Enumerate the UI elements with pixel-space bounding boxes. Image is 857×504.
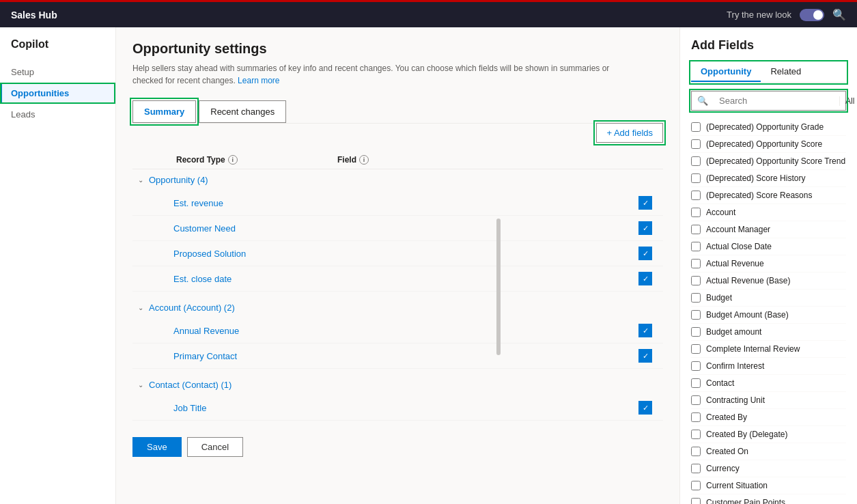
field-checkbox-actual-revenue-base[interactable] [691,276,701,285]
field-label-budget[interactable]: Budget [706,293,846,303]
field-checkbox-created-by-delegate[interactable] [691,430,701,439]
field-est-close-date-label[interactable]: Est. close date [173,274,638,284]
top-nav: Sales Hub Try the new look 🔍 [0,0,857,27]
group-account-header[interactable]: ⌄ Account (Account) (2) [132,297,663,318]
field-row-proposed-solution: Proposed Solution ✓ [132,241,663,266]
field-checkbox-confirm-interest[interactable] [691,361,701,371]
field-checkbox-current-situation[interactable] [691,481,701,490]
group-opportunity-header[interactable]: ⌄ Opportunity (4) [132,169,663,191]
field-label-current-situation[interactable]: Current Situation [706,481,846,490]
sidebar-item-opportunities[interactable]: Opportunities [0,83,115,104]
app-title: Sales Hub [11,10,57,20]
field-est-close-date-checkbox[interactable]: ✓ [638,272,652,285]
field-label-created-on[interactable]: Created On [706,447,846,456]
sidebar-item-leads[interactable]: Leads [0,104,115,125]
bottom-buttons: Save Cancel [132,426,663,468]
field-checkbox-account-manager[interactable] [691,225,701,234]
field-checkbox-deprecated-score[interactable] [691,139,701,149]
field-checkbox-budget-amount[interactable] [691,327,701,337]
field-label-account-manager[interactable]: Account Manager [706,225,846,234]
field-checkbox-budget[interactable] [691,293,701,303]
panel-field-item: Created By (Delegate) [691,426,846,443]
panel-field-item: Created By [691,409,846,426]
main-content: Opportunity settings Help sellers stay a… [116,27,679,504]
field-checkbox-complete-internal-review[interactable] [691,344,701,354]
field-proposed-solution-checkbox[interactable]: ✓ [638,247,652,260]
field-checkbox-created-on[interactable] [691,447,701,456]
field-checkbox-deprecated-score-trend[interactable] [691,156,701,166]
top-nav-right: Try the new look 🔍 [727,8,846,21]
field-label-actual-revenue-base[interactable]: Actual Revenue (Base) [706,276,846,285]
field-checkbox-actual-revenue[interactable] [691,259,701,268]
sidebar: Copilot Setup Opportunities Leads [0,27,116,504]
group-account: ⌄ Account (Account) (2) Annual Revenue ✓… [132,297,663,369]
field-row-job-title: Job Title ✓ [132,395,663,421]
save-button[interactable]: Save [132,437,182,457]
field-est-revenue-label[interactable]: Est. revenue [173,198,638,208]
field-label-created-by-delegate[interactable]: Created By (Delegate) [706,430,846,439]
field-label-currency[interactable]: Currency [706,464,846,473]
right-panel: Add Fields Opportunity Related 🔍 All ⌄ (… [679,27,857,504]
field-checkbox-account[interactable] [691,208,701,217]
field-label-confirm-interest[interactable]: Confirm Interest [706,361,846,371]
field-est-revenue-checkbox[interactable]: ✓ [638,196,652,210]
field-row-est-close-date: Est. close date ✓ [132,266,663,292]
field-label-created-by[interactable]: Created By [706,412,846,422]
field-label-deprecated-grade[interactable]: (Deprecated) Opportunity Grade [706,122,846,132]
field-label-deprecated-score[interactable]: (Deprecated) Opportunity Score [706,139,846,149]
field-checkbox-contracting-unit[interactable] [691,395,701,405]
panel-tab-opportunity[interactable]: Opportunity [691,62,761,82]
field-label-deprecated-score-reasons[interactable]: (Deprecated) Score Reasons [706,191,846,200]
field-label-budget-amount[interactable]: Budget amount [706,327,846,337]
field-checkbox-actual-close-date[interactable] [691,242,701,251]
scrollbar[interactable] [496,219,501,355]
field-label-customer-pain-points[interactable]: Customer Pain Points [706,498,846,504]
field-label-deprecated-score-history[interactable]: (Deprecated) Score History [706,173,846,183]
learn-more-link[interactable]: Learn more [238,76,279,85]
field-checkbox-currency[interactable] [691,464,701,473]
field-customer-need-checkbox[interactable]: ✓ [638,221,652,235]
field-label-complete-internal-review[interactable]: Complete Internal Review [706,344,846,354]
field-customer-need-label[interactable]: Customer Need [173,223,638,234]
panel-field-item: (Deprecated) Opportunity Score [691,136,846,153]
col-record-type-header: Record Type i [132,155,337,165]
field-info-icon[interactable]: i [359,155,369,165]
field-label-deprecated-score-trend[interactable]: (Deprecated) Opportunity Score Trend [706,156,846,166]
sidebar-item-setup[interactable]: Setup [0,61,115,83]
field-row-customer-need: Customer Need ✓ [132,216,663,241]
search-filter-dropdown[interactable]: All ⌄ [839,96,857,106]
field-checkbox-deprecated-score-reasons[interactable] [691,191,701,200]
cancel-button[interactable]: Cancel [187,437,243,457]
panel-field-item-account-manager: Account Manager [691,221,846,238]
field-checkbox-customer-pain-points[interactable] [691,498,701,504]
field-annual-revenue-checkbox[interactable]: ✓ [638,324,652,337]
add-fields-button[interactable]: + Add fields [596,123,663,143]
field-checkbox-deprecated-score-history[interactable] [691,173,701,183]
search-icon[interactable]: 🔍 [832,8,846,21]
field-label-budget-amount-base[interactable]: Budget Amount (Base) [706,310,846,320]
field-label-account[interactable]: Account [706,208,846,217]
field-label-contact[interactable]: Contact [706,378,846,388]
new-look-toggle[interactable] [800,9,824,21]
field-job-title-checkbox[interactable]: ✓ [638,401,652,415]
tab-recent-changes[interactable]: Recent changes [199,100,286,123]
fields-table: Record Type i Field i ⌄ Opportunity (4) … [132,151,663,421]
field-checkbox-created-by[interactable] [691,412,701,422]
panel-tab-related[interactable]: Related [761,62,811,82]
field-label-actual-close-date[interactable]: Actual Close Date [706,242,846,251]
field-annual-revenue-label[interactable]: Annual Revenue [173,326,638,336]
field-proposed-solution-label[interactable]: Proposed Solution [173,249,638,259]
field-checkbox-budget-amount-base[interactable] [691,310,701,320]
field-label-actual-revenue[interactable]: Actual Revenue [706,259,846,268]
field-primary-contact-label[interactable]: Primary Contact [173,351,638,361]
search-input[interactable] [714,92,839,110]
record-type-info-icon[interactable]: i [228,155,238,165]
field-checkbox-contact[interactable] [691,378,701,388]
tab-summary[interactable]: Summary [132,100,196,123]
field-checkbox-deprecated-grade[interactable] [691,122,701,132]
field-job-title-label[interactable]: Job Title [173,403,638,413]
panel-field-item: Confirm Interest [691,358,846,375]
group-contact-header[interactable]: ⌄ Contact (Contact) (1) [132,374,663,395]
field-primary-contact-checkbox[interactable]: ✓ [638,349,652,363]
field-label-contracting-unit[interactable]: Contracting Unit [706,395,846,405]
